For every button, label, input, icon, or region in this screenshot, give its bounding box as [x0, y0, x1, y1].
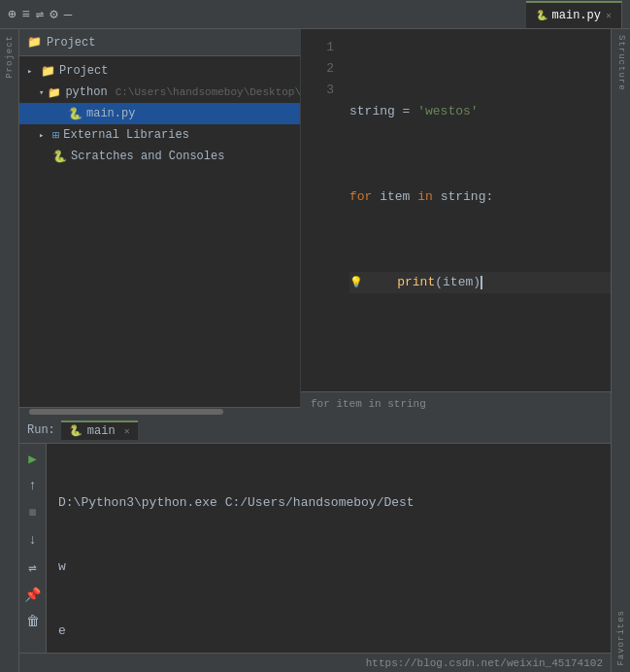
- run-wrap-button[interactable]: ⇌: [22, 556, 44, 578]
- tab-label: main.py: [552, 9, 601, 22]
- project-scrollbar[interactable]: [19, 407, 300, 415]
- tree-item-scratches-label: Scratches and Consoles: [71, 150, 224, 163]
- code-line-2: for item in string:: [349, 186, 611, 208]
- tree-item-python-label: python: [65, 85, 107, 99]
- run-tab-main[interactable]: 🐍 main ✕: [61, 420, 138, 440]
- line-num-3: 3: [301, 80, 334, 101]
- tree-item-external-libs[interactable]: ▸ ⊞ External Libraries: [19, 124, 300, 146]
- run-tab-close[interactable]: ✕: [124, 425, 130, 437]
- code-indent: [367, 272, 397, 293]
- settings-icon[interactable]: ⚙: [50, 6, 57, 22]
- python-folder-icon: 📁: [48, 86, 61, 99]
- code-kw-for: for: [349, 186, 380, 208]
- run-play-button[interactable]: ▶: [22, 448, 44, 469]
- run-python-icon: 🐍: [69, 424, 83, 437]
- line-num-1: 1: [301, 37, 334, 58]
- run-output-w: w: [58, 556, 599, 578]
- run-main-area: ▶ ↑ ■ ↓ ⇌ 📌 🗑 D:\Python3\python.exe C:/U…: [19, 444, 611, 653]
- bottom-left-sidebar: [0, 415, 19, 672]
- structure-sidebar-label: Structure: [616, 29, 626, 97]
- list-icon[interactable]: ≡: [21, 7, 29, 22]
- python-arrow: ▾: [39, 87, 44, 98]
- run-output-e: e: [58, 621, 599, 642]
- tree-item-main-py[interactable]: 🐍 main.py: [19, 103, 300, 124]
- code-kw-in: in: [410, 186, 440, 208]
- code-punc-colon: :: [485, 186, 493, 208]
- top-toolbar: ⊕ ≡ ⇌ ⚙ — 🐍 main.py ✕: [0, 0, 630, 29]
- center-icon[interactable]: ⊕: [8, 6, 16, 22]
- run-status-bar: https://blog.csdn.net/weixin_45174102: [19, 653, 611, 672]
- code-var-string2: string: [441, 186, 486, 208]
- tree-item-mainpy-label: main.py: [86, 107, 135, 120]
- code-editor: 1 2 3 string = 'westos' for item in stri…: [301, 29, 611, 415]
- code-line-1: string = 'westos': [349, 101, 611, 122]
- tree-item-extlib-label: External Libraries: [63, 128, 189, 142]
- tree-item-project-label: Project: [59, 64, 108, 78]
- project-scrollbar-thumb: [29, 409, 223, 415]
- split-icon[interactable]: ⇌: [36, 6, 44, 22]
- code-footer-text: for item in string: [311, 398, 426, 410]
- text-cursor: [481, 276, 482, 289]
- tab-main-py[interactable]: 🐍 main.py ✕: [526, 1, 622, 28]
- left-sidebar: Project: [0, 29, 19, 415]
- run-label: Run:: [27, 423, 55, 437]
- run-stop-button[interactable]: ■: [22, 502, 44, 523]
- run-toolbar: ▶ ↑ ■ ↓ ⇌ 📌 🗑: [19, 444, 47, 653]
- scratches-icon: 🐍: [52, 150, 67, 164]
- extlib-icon: ⊞: [52, 128, 59, 143]
- run-trash-button[interactable]: 🗑: [22, 611, 44, 632]
- code-punc-eq1: =: [395, 101, 417, 122]
- main-content: Project 📁 Project ▸ 📁 Project ▾ 📁 python…: [0, 29, 630, 415]
- project-folder-icon2: 📁: [41, 64, 55, 79]
- code-fn-print: print: [397, 272, 435, 293]
- run-down-button[interactable]: ↓: [22, 529, 44, 551]
- project-header: 📁 Project: [19, 29, 300, 56]
- bottom-outer: Run: 🐍 main ✕ ▶ ↑ ■ ↓ ⇌ 📌 🗑 D:\Python3\p…: [0, 415, 630, 672]
- run-command-line: D:\Python3\python.exe C:/Users/handsomeb…: [58, 492, 599, 514]
- code-content[interactable]: string = 'westos' for item in string: 💡 …: [340, 29, 611, 391]
- code-var-item: item: [380, 186, 410, 208]
- code-var-item2: item: [443, 272, 473, 293]
- project-panel: 📁 Project ▸ 📁 Project ▾ 📁 python C:\User…: [19, 29, 301, 415]
- project-header-label: Project: [47, 36, 95, 50]
- code-area[interactable]: 1 2 3 string = 'westos' for item in stri…: [301, 29, 611, 391]
- code-str-westos: 'westos': [417, 101, 478, 122]
- code-punc-rparen: ): [473, 272, 481, 293]
- run-header: Run: 🐍 main ✕: [19, 417, 611, 444]
- run-status-url: https://blog.csdn.net/weixin_45174102: [366, 657, 603, 669]
- run-pin-button[interactable]: 📌: [22, 584, 44, 605]
- code-footer: for item in string: [301, 391, 611, 415]
- project-folder-icon: 📁: [27, 35, 42, 50]
- python-file-icon: 🐍: [536, 10, 547, 21]
- project-tree: ▸ 📁 Project ▾ 📁 python C:\Users\handsome…: [19, 56, 300, 407]
- run-output: D:\Python3\python.exe C:/Users/handsomeb…: [47, 444, 611, 653]
- hint-lightbulb-icon[interactable]: 💡: [349, 272, 363, 293]
- right-sidebar: Structure: [611, 29, 630, 415]
- line-num-2: 2: [301, 58, 334, 80]
- code-line-3: 💡 print(item): [349, 272, 611, 293]
- line-numbers: 1 2 3: [301, 29, 340, 391]
- tree-item-python[interactable]: ▾ 📁 python C:\Users\handsomeboy\Desktop\: [19, 82, 300, 103]
- favorites-label: Favorites: [616, 604, 626, 672]
- mainpy-file-icon: 🐍: [68, 107, 83, 121]
- project-arrow: ▸: [27, 66, 37, 77]
- code-punc-lparen: (: [435, 272, 443, 293]
- tree-item-scratches[interactable]: 🐍 Scratches and Consoles: [19, 146, 300, 167]
- code-var-string: string: [349, 101, 395, 122]
- extlib-arrow: ▸: [39, 130, 49, 141]
- project-sidebar-label: Project: [5, 29, 15, 84]
- minimize-icon[interactable]: —: [64, 7, 72, 22]
- tree-item-python-path: C:\Users\handsomeboy\Desktop\: [116, 86, 300, 98]
- tab-close-button[interactable]: ✕: [606, 10, 612, 21]
- bottom-right-sidebar: Favorites: [611, 415, 630, 672]
- run-panel: Run: 🐍 main ✕ ▶ ↑ ■ ↓ ⇌ 📌 🗑 D:\Python3\p…: [19, 415, 611, 672]
- tree-item-project[interactable]: ▸ 📁 Project: [19, 60, 300, 82]
- run-tab-label: main: [87, 424, 116, 438]
- run-up-button[interactable]: ↑: [22, 475, 44, 496]
